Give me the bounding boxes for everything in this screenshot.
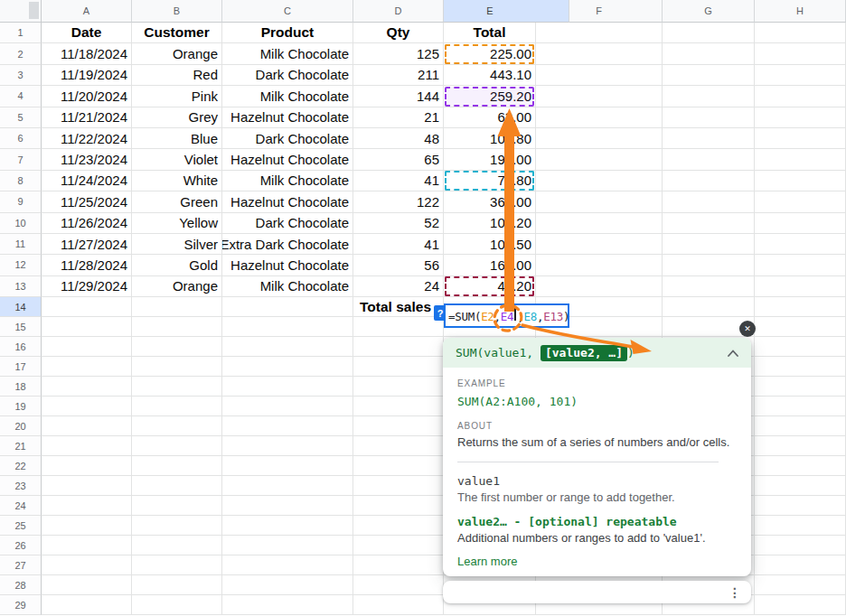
cell-B23[interactable] [132,476,222,496]
row-header-11[interactable]: 11 [0,234,42,255]
cell-D20[interactable] [353,416,444,436]
cell-A10[interactable]: 11/26/2024 [42,213,132,234]
cell-G5[interactable] [663,107,755,128]
cell-A16[interactable] [42,337,132,357]
cell-C17[interactable] [222,357,353,377]
cell-C20[interactable] [222,416,353,436]
cell-B1[interactable]: Customer [132,23,222,43]
cell-C12[interactable]: Hazelnut Chocolate [222,255,353,275]
cell-A26[interactable] [42,536,132,555]
cell-B18[interactable] [132,377,222,397]
selected-column-header-E[interactable]: E [444,0,569,23]
column-header-H[interactable]: H [755,0,846,23]
cell-C8[interactable]: Milk Chocolate [222,171,353,191]
row-header-10[interactable]: 10 [0,213,42,234]
cell-D28[interactable] [353,575,444,595]
cell-H7[interactable] [755,149,846,170]
cell-B16[interactable] [132,337,222,357]
cell-F13[interactable] [536,276,663,297]
cell-B9[interactable]: Green [132,191,222,212]
cell-H21[interactable] [755,436,846,456]
cell-H18[interactable] [755,377,846,397]
cell-C14[interactable] [222,297,353,317]
cell-H16[interactable] [755,337,846,357]
row-header-23[interactable]: 23 [0,476,42,496]
cell-D18[interactable] [353,377,444,397]
cell-F12[interactable] [536,255,663,275]
cell-B3[interactable]: Red [132,65,222,86]
cell-C16[interactable] [222,337,353,357]
cell-B7[interactable]: Violet [132,149,222,170]
cell-A8[interactable]: 11/24/2024 [42,171,132,191]
cell-H28[interactable] [755,575,846,595]
cell-E1[interactable]: Total [444,23,536,43]
cell-G14[interactable] [663,297,755,317]
cell-D14[interactable]: Total sales [353,297,444,317]
cell-D13[interactable]: 24 [353,276,444,297]
cell-A9[interactable]: 11/25/2024 [42,191,132,212]
cell-F4[interactable] [536,86,663,107]
row-header-15[interactable]: 15 [0,317,42,337]
cell-C26[interactable] [222,536,353,555]
cell-C11[interactable]: Extra Dark Chocolate [222,234,353,255]
cell-C25[interactable] [222,516,353,536]
cell-G7[interactable] [663,149,755,170]
cell-G8[interactable] [663,171,755,191]
cell-G4[interactable] [663,86,755,107]
column-header-G[interactable]: G [663,0,755,23]
row-header-4[interactable]: 4 [0,86,42,107]
cell-H14[interactable] [755,297,846,317]
cell-A25[interactable] [42,516,132,536]
cell-A20[interactable] [42,416,132,436]
cell-G6[interactable] [663,128,755,149]
cell-B8[interactable]: White [132,171,222,191]
select-all-corner[interactable] [0,0,42,23]
cell-C21[interactable] [222,436,353,456]
cell-A24[interactable] [42,496,132,516]
cell-C10[interactable]: Dark Chocolate [222,213,353,234]
cell-B17[interactable] [132,357,222,377]
cell-B27[interactable] [132,555,222,575]
cell-F1[interactable] [536,23,663,43]
column-header-A[interactable]: A [42,0,132,23]
column-header-C[interactable]: C [222,0,353,23]
cell-A18[interactable] [42,377,132,397]
cell-B20[interactable] [132,416,222,436]
row-header-17[interactable]: 17 [0,357,42,377]
cell-D5[interactable]: 21 [353,107,444,128]
cell-C7[interactable]: Hazelnut Chocolate [222,149,353,170]
cell-E10[interactable]: 109.20 [444,213,536,234]
cell-B10[interactable]: Yellow [132,213,222,234]
cell-D26[interactable] [353,536,444,555]
cell-A19[interactable] [42,397,132,416]
cell-B25[interactable] [132,516,222,536]
cell-C23[interactable] [222,476,353,496]
cell-H2[interactable] [755,43,846,64]
row-header-22[interactable]: 22 [0,456,42,476]
cell-H5[interactable] [755,107,846,128]
cell-C1[interactable]: Product [222,23,353,43]
cell-C29[interactable] [222,595,353,615]
cell-G10[interactable] [663,213,755,234]
cell-D21[interactable] [353,436,444,456]
cell-H4[interactable] [755,86,846,107]
cell-G1[interactable] [663,23,755,43]
cell-C24[interactable] [222,496,353,516]
cell-G3[interactable] [663,65,755,86]
cell-E6[interactable]: 100.80 [444,128,536,149]
collapse-chevron-icon[interactable] [728,350,738,357]
cell-G11[interactable] [663,234,755,255]
column-header-D[interactable]: D [353,0,444,23]
cell-H22[interactable] [755,456,846,476]
row-header-27[interactable]: 27 [0,555,42,575]
cell-H13[interactable] [755,276,846,297]
cell-C22[interactable] [222,456,353,476]
cell-A3[interactable]: 11/19/2024 [42,65,132,86]
row-header-3[interactable]: 3 [0,65,42,86]
cell-C6[interactable]: Dark Chocolate [222,128,353,149]
row-header-1[interactable]: 1 [0,23,42,43]
cell-A28[interactable] [42,575,132,595]
cell-C13[interactable]: Milk Chocolate [222,276,353,297]
row-header-7[interactable]: 7 [0,149,42,170]
column-header-B[interactable]: B [132,0,222,23]
